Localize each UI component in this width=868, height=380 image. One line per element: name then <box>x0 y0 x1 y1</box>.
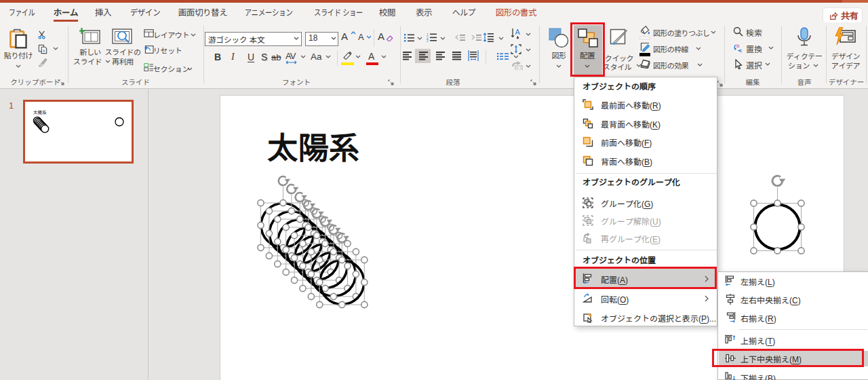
svg-text:3: 3 <box>427 39 429 42</box>
svg-text:A: A <box>515 28 521 36</box>
